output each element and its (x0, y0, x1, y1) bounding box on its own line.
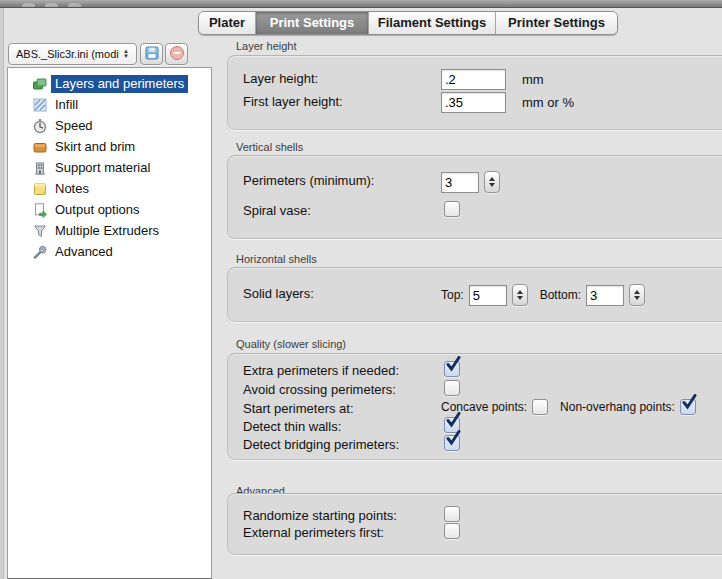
infill-icon (32, 97, 48, 113)
setting-control: mm (441, 69, 544, 90)
sidebar-item-label: Notes (51, 180, 93, 198)
sidebar-item-label: Speed (51, 117, 97, 135)
external-perimeters-first-checkbox[interactable] (444, 523, 460, 539)
sidebar-item-infill[interactable]: Infill (8, 94, 211, 115)
sub-label-non-overhang-points: Non-overhang points: (560, 400, 675, 414)
wrench-icon (32, 244, 48, 260)
setting-label: First layer height: (243, 94, 343, 109)
sidebar-item-speed[interactable]: Speed (8, 115, 211, 136)
traffic-light-close-icon[interactable] (22, 3, 35, 7)
settings-tabbar: PlaterPrint SettingsFilament SettingsPri… (198, 11, 618, 35)
setting-label: Spiral vase: (243, 203, 311, 218)
setting-control (444, 361, 460, 377)
setting-control (444, 523, 460, 539)
sidebar-item-label: Infill (51, 96, 82, 114)
sidebar-item-skirt-and-brim[interactable]: Skirt and brim (8, 136, 211, 157)
setting-label: Layer height: (243, 71, 318, 86)
section-box-advanced: Randomize starting points:External perim… (227, 493, 722, 555)
setting-label: Extra perimeters if needed: (243, 363, 399, 378)
save-floppy-icon (144, 45, 160, 64)
setting-control (444, 435, 460, 451)
traffic-light-zoom-icon[interactable] (68, 3, 81, 7)
tab-filament-settings[interactable]: Filament Settings (368, 12, 495, 34)
support-icon (32, 160, 48, 176)
solid-layers-bottom-stepper[interactable] (629, 284, 645, 306)
setting-control (441, 171, 500, 193)
setting-label: Avoid crossing perimeters: (243, 382, 396, 397)
setting-label: Solid layers: (243, 286, 314, 301)
setting-control (444, 201, 460, 217)
preset-select[interactable]: ABS._Slic3r.ini (modi... ▲▼ (8, 43, 137, 65)
sidebar-item-label: Support material (51, 159, 154, 177)
sidebar-item-label: Output options (51, 201, 144, 219)
spiral-vase-checkbox[interactable] (444, 201, 460, 217)
output-icon (32, 202, 48, 218)
tab-plater[interactable]: Plater (199, 12, 255, 34)
section-box-layer-height: Layer height:mmFirst layer height:mm or … (227, 55, 722, 130)
sidebar-item-label: Advanced (51, 243, 117, 261)
section-box-quality-slower-slicing: Extra perimeters if needed:Avoid crossin… (227, 353, 722, 460)
setting-row-first-layer-height: First layer height:mm or % (228, 92, 722, 114)
setting-label: Detect bridging perimeters: (243, 437, 399, 452)
setting-control (444, 380, 460, 396)
select-arrows-icon: ▲▼ (119, 49, 136, 59)
setting-row-external-perimeters-first: External perimeters first: (228, 523, 722, 545)
avoid-crossing-perimeters-checkbox[interactable] (444, 380, 460, 396)
section-box-vertical-shells: Perimeters (minimum):Spiral vase: (227, 155, 722, 239)
section-title-quality-slower-slicing: Quality (slower slicing) (236, 338, 346, 350)
start-perimeters-at-concave-points-checkbox[interactable] (532, 399, 548, 415)
setting-label: Perimeters (minimum): (243, 173, 374, 188)
unit-label: mm (522, 72, 544, 87)
setting-row-spiral-vase: Spiral vase: (228, 201, 722, 223)
sidebar-item-label: Layers and perimeters (51, 75, 188, 93)
sidebar-item-label: Skirt and brim (51, 138, 139, 156)
unit-label: mm or % (522, 95, 574, 110)
setting-row-layer-height: Layer height:mm (228, 69, 722, 91)
extruders-icon (32, 223, 48, 239)
setting-row-perimeters-minimum: Perimeters (minimum): (228, 171, 722, 193)
randomize-starting-points-checkbox[interactable] (444, 506, 460, 522)
delete-preset-button[interactable] (165, 43, 188, 65)
section-title-vertical-shells: Vertical shells (236, 141, 303, 153)
setting-label: Start perimeters at: (243, 401, 354, 416)
layer-height-input[interactable] (441, 69, 506, 90)
speed-icon (32, 118, 48, 134)
setting-control: mm or % (441, 92, 574, 113)
settings-category-tree: Layers and perimetersInfillSpeedSkirt an… (7, 67, 212, 579)
layers-icon (32, 76, 48, 92)
window-left-edge (0, 8, 4, 579)
traffic-light-minimize-icon[interactable] (45, 3, 58, 7)
tab-printer-settings[interactable]: Printer Settings (495, 12, 617, 34)
extra-perimeters-if-needed-checkbox[interactable] (444, 361, 460, 377)
tab-print-settings[interactable]: Print Settings (255, 12, 368, 34)
preset-select-value: ABS._Slic3r.ini (modi... (9, 48, 119, 60)
perimeters-minimum-stepper[interactable] (484, 171, 500, 193)
window-titlebar-edge (0, 0, 722, 8)
start-perimeters-at-non-overhang-points-checkbox[interactable] (680, 399, 696, 415)
solid-layers-top-input[interactable] (469, 285, 507, 306)
setting-label: External perimeters first: (243, 525, 384, 540)
solid-layers-bottom-input[interactable] (586, 285, 624, 306)
setting-control (444, 506, 460, 522)
save-preset-button[interactable] (140, 43, 163, 65)
sub-label-bottom: Bottom: (540, 288, 581, 302)
sidebar-item-advanced[interactable]: Advanced (8, 241, 211, 262)
detect-bridging-perimeters-checkbox[interactable] (444, 435, 460, 451)
sidebar-item-layers-and-perimeters[interactable]: Layers and perimeters (8, 73, 211, 94)
setting-control: Top:Bottom: (441, 284, 645, 306)
perimeters-minimum-input[interactable] (441, 172, 479, 193)
setting-label: Detect thin walls: (243, 419, 341, 434)
solid-layers-top-stepper[interactable] (512, 284, 528, 306)
setting-label: Randomize starting points: (243, 508, 397, 523)
setting-row-solid-layers: Solid layers:Top:Bottom: (228, 284, 722, 306)
section-box-horizontal-shells: Solid layers:Top:Bottom: (227, 267, 722, 322)
delete-minus-icon (169, 45, 185, 64)
first-layer-height-input[interactable] (441, 92, 506, 113)
sidebar-item-notes[interactable]: Notes (8, 178, 211, 199)
sidebar-item-support-material[interactable]: Support material (8, 157, 211, 178)
sidebar-item-multiple-extruders[interactable]: Multiple Extruders (8, 220, 211, 241)
setting-control: Concave points:Non-overhang points: (441, 399, 696, 415)
section-title-layer-height: Layer height (236, 40, 297, 52)
section-title-horizontal-shells: Horizontal shells (236, 253, 317, 265)
sidebar-item-output-options[interactable]: Output options (8, 199, 211, 220)
